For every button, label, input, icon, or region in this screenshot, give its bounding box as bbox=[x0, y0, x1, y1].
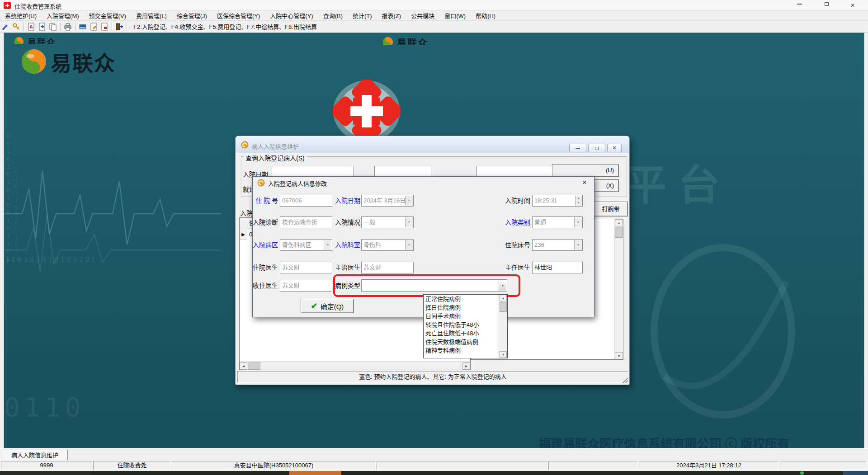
admission-department-label: 入院科室 bbox=[332, 239, 360, 251]
scroll-thumb[interactable] bbox=[248, 362, 260, 370]
admission-condition-combo[interactable]: 一般▼ bbox=[361, 216, 414, 228]
binary-decoration-column2: 0101101001011 bbox=[13, 169, 19, 263]
dropdown-option-death-under-48h[interactable]: 死亡且住院低于48小 bbox=[424, 329, 499, 338]
chief-doctor-field[interactable]: 林世阳 bbox=[532, 262, 583, 273]
inner-dialog-titlebar[interactable]: 入院登记病人信息修改 ✕ bbox=[253, 177, 594, 188]
menu-reports[interactable]: 报表(Z) bbox=[377, 11, 406, 20]
dialog-minimize-button[interactable] bbox=[569, 144, 586, 152]
admission-ward-combo[interactable]: 骨伤科病区▼ bbox=[280, 239, 332, 251]
status-empty-cell-1 bbox=[377, 461, 547, 470]
scroll-thumb[interactable] bbox=[500, 302, 507, 312]
admission-time-label: 入院时间 bbox=[504, 195, 530, 207]
dialog-status-text: 蓝色: 预约入院登记的病人、其它: 为正常入院登记的病人 bbox=[237, 371, 628, 383]
menu-public-module[interactable]: 公共模块 bbox=[406, 11, 439, 20]
tab-patient-admission-maintenance[interactable]: 病人入院信息维护 bbox=[2, 450, 68, 461]
scroll-up-icon[interactable]: ▲ bbox=[615, 219, 623, 226]
scroll-up-icon[interactable]: ▲ bbox=[500, 295, 507, 301]
copy-icon[interactable] bbox=[47, 22, 58, 32]
list-vertical-scrollbar[interactable]: ▲ ▼ bbox=[614, 219, 623, 359]
menu-admission-center[interactable]: 入院中心管理(Y) bbox=[265, 11, 318, 20]
status-empty-cell-2 bbox=[548, 461, 638, 470]
admission-diagnosis-field[interactable]: 桡骨远端骨折 bbox=[280, 216, 332, 228]
admission-date-combo[interactable]: 2024年 3月16日▼ bbox=[361, 195, 414, 207]
scroll-left-icon[interactable]: ◄ bbox=[240, 362, 247, 370]
dropdown-scrollbar[interactable]: ▲ ▼ bbox=[499, 295, 507, 358]
dropdown-option-transfer-under-48h[interactable]: 转院且住院低于48小 bbox=[424, 320, 499, 329]
chevron-down-icon[interactable]: ▼ bbox=[574, 217, 582, 227]
menu-query[interactable]: 查询(B) bbox=[318, 11, 348, 20]
exit-icon[interactable] bbox=[114, 22, 125, 32]
outer-dialog-titlebar[interactable]: 病人入院信息维护 ✕ bbox=[236, 136, 629, 153]
menu-insurance-management[interactable]: 医保综合管理(Y) bbox=[212, 11, 265, 20]
list-horizontal-scrollbar[interactable]: ◄ ► bbox=[240, 362, 470, 370]
stamped-document-icon[interactable] bbox=[99, 22, 110, 32]
dropdown-option-psychiatric[interactable]: 精神专科病例 bbox=[424, 346, 499, 355]
scroll-right-icon[interactable]: ► bbox=[462, 362, 470, 370]
brand-logo-clipped-left: 易联众 bbox=[14, 36, 56, 44]
menu-fee-management[interactable]: 费用管理(L) bbox=[131, 11, 172, 20]
dropdown-option-scheduled[interactable]: 择日住院病例 bbox=[424, 303, 499, 312]
menu-window[interactable]: 窗口(W) bbox=[439, 11, 471, 20]
window-titlebar: ✚ 住院收费管理系统 ✕ bbox=[0, 0, 868, 11]
dropdown-option-normal[interactable]: 正常住院病例 bbox=[424, 295, 499, 303]
maximize-button[interactable] bbox=[814, 0, 839, 11]
chevron-down-icon[interactable]: ▼ bbox=[324, 240, 331, 250]
menu-help[interactable]: 帮助(H) bbox=[471, 11, 500, 20]
scroll-down-icon[interactable]: ▼ bbox=[615, 352, 623, 359]
red-cross-logo bbox=[333, 80, 401, 143]
list-header-marker-column bbox=[240, 218, 247, 229]
admission-time-spinner[interactable]: 18:25:31▴▾ bbox=[532, 195, 583, 207]
scroll-down-icon[interactable]: ▼ bbox=[500, 351, 507, 358]
admitting-doctor-label: 收住医生 bbox=[253, 280, 278, 292]
dropdown-option-day-surgery[interactable]: 日间手术病例 bbox=[424, 312, 499, 320]
svg-text:A: A bbox=[29, 24, 33, 29]
edit-document-icon[interactable] bbox=[88, 22, 99, 32]
outer-dialog-title: 病人入院信息维护 bbox=[252, 142, 299, 150]
dropdown-option-extreme-stay[interactable]: 住院天数极端值病例 bbox=[424, 338, 499, 346]
os-taskbar[interactable] bbox=[0, 471, 868, 475]
query-button[interactable]: (U) bbox=[552, 164, 619, 177]
dialog-close-button[interactable]: ✕ bbox=[607, 144, 622, 152]
bed-number-combo[interactable]: 236▼ bbox=[532, 239, 583, 251]
chevron-down-icon[interactable]: ▼ bbox=[405, 217, 413, 227]
chevron-down-icon[interactable]: ▼ bbox=[574, 240, 582, 250]
menu-comprehensive-management[interactable]: 综合管理(J) bbox=[172, 11, 212, 20]
minimize-button[interactable] bbox=[787, 0, 812, 11]
ok-button[interactable]: ✔确定(Q) bbox=[301, 299, 354, 313]
admission-date-label: 入院日期 bbox=[332, 195, 360, 207]
status-datetime: 2024年3月21日 17:28:12 bbox=[639, 461, 779, 470]
case-type-highlight-box bbox=[333, 274, 520, 297]
resize-grip[interactable] bbox=[623, 378, 628, 383]
dialog-gold-icon bbox=[257, 179, 265, 187]
treating-doctor-field[interactable]: 苏文财 bbox=[361, 262, 414, 273]
spinner-up-down-icon[interactable]: ▴▾ bbox=[575, 196, 582, 206]
admission-department-combo[interactable]: 骨伤科▼ bbox=[361, 239, 414, 251]
key-icon[interactable] bbox=[11, 22, 22, 32]
menu-admission-management[interactable]: 入院管理(M) bbox=[42, 11, 84, 20]
document-arrow-icon[interactable] bbox=[37, 22, 47, 32]
inpatient-number-field[interactable]: 067006 bbox=[280, 195, 332, 207]
scroll-thumb[interactable] bbox=[615, 227, 623, 238]
binary-decoration-big: 0110 bbox=[4, 392, 85, 423]
admitting-doctor-field[interactable]: 苏文财 bbox=[280, 280, 332, 292]
dialog-restore-button[interactable] bbox=[588, 144, 605, 152]
chevron-down-icon[interactable]: ▼ bbox=[405, 196, 413, 206]
attending-doctor-field[interactable]: 苏文财 bbox=[280, 262, 332, 273]
menu-statistics[interactable]: 统计(T) bbox=[348, 11, 377, 20]
wristband-print-button[interactable]: 打腕带 bbox=[594, 202, 628, 216]
menu-deposit-management[interactable]: 预交金管理(V) bbox=[84, 11, 131, 20]
taskbar-orange-segment bbox=[289, 471, 341, 475]
inner-dialog-title: 入院登记病人信息修改 bbox=[268, 179, 327, 188]
open-window-tabstrip: 病人入院信息维护 bbox=[0, 448, 868, 460]
admission-category-combo[interactable]: 普通▼ bbox=[532, 216, 583, 228]
close-button[interactable]: ✕ bbox=[840, 0, 865, 11]
printer-icon[interactable] bbox=[62, 22, 73, 32]
pen-icon[interactable] bbox=[0, 22, 11, 32]
card-icon[interactable] bbox=[77, 22, 88, 32]
admission-info-edit-dialog: 入院登记病人信息修改 ✕ 住 院 号 067006 入院日期 2024年 3月1… bbox=[252, 176, 594, 317]
inner-dialog-close-button[interactable]: ✕ bbox=[579, 178, 590, 187]
menu-system-maintenance[interactable]: 系统维护(U) bbox=[0, 11, 42, 20]
chevron-down-icon[interactable]: ▼ bbox=[405, 240, 413, 250]
status-empty-cell-3 bbox=[780, 461, 867, 470]
document-a-icon[interactable]: A bbox=[26, 22, 37, 32]
